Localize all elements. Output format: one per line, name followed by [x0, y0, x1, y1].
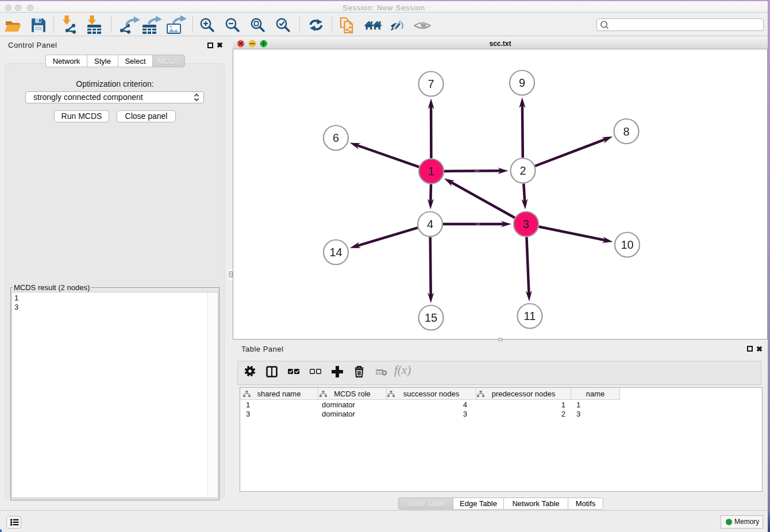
svg-text:6: 6: [333, 132, 339, 144]
svg-text:9: 9: [519, 76, 525, 89]
svg-text:8: 8: [623, 125, 629, 138]
svg-text:2: 2: [519, 164, 526, 177]
svg-text:14: 14: [329, 246, 342, 259]
svg-text:15: 15: [425, 311, 437, 324]
svg-text:3: 3: [523, 218, 529, 230]
svg-text:11: 11: [524, 310, 536, 322]
svg-text:1: 1: [428, 165, 434, 178]
svg-text:7: 7: [428, 78, 434, 90]
svg-text:10: 10: [621, 238, 633, 251]
svg-text:4: 4: [427, 218, 433, 230]
